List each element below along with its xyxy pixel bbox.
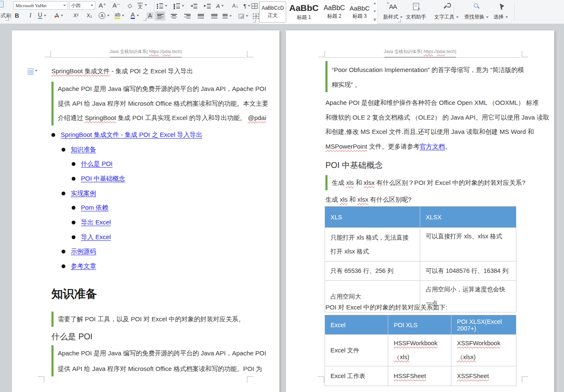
- document-canvas[interactable]: Java 全栈知识体系( https://pdai.tech) SpringBo…: [0, 24, 564, 392]
- xls-xlsx-compare-table: XLS XLSX 只能打开 xls 格式，无法直接打开 xlsx 格式 可以直接…: [325, 206, 516, 312]
- select-button[interactable]: 选择: [490, 1, 512, 23]
- page-header: Java 全栈知识体系( https://pdai.tech): [286, 49, 554, 55]
- toc-item: 示例源码: [51, 245, 202, 259]
- align-left-button[interactable]: [155, 11, 165, 21]
- style-gallery: AaBbCcD 正文 AaBbC 标题 1 AaBbC 标题 2 AaBbC 标…: [259, 0, 378, 24]
- decrease-indent-button[interactable]: [190, 1, 198, 11]
- bullet-list-button[interactable]: [157, 1, 167, 11]
- character-scale-button[interactable]: A: [216, 1, 224, 11]
- ribbon-toolbar: 格式刷 Microsoft YaHei 小四 A⁺ A⁻ ◇ wén文 B I …: [0, 0, 564, 24]
- decrease-font-button[interactable]: A⁻: [112, 1, 121, 10]
- table-cell: HSSFWorkbook （xls): [388, 335, 451, 366]
- font-size-select[interactable]: 小四: [69, 1, 95, 10]
- bullet-icon: [51, 133, 55, 137]
- numbered-list-button[interactable]: [174, 1, 184, 11]
- text-tools-button[interactable]: 文字工具: [431, 1, 462, 23]
- toc-link[interactable]: 导入 Excel: [81, 233, 111, 241]
- paragraph-options-button[interactable]: [28, 68, 38, 75]
- style-heading1[interactable]: AaBbC 标题 1: [286, 1, 322, 23]
- font-dialog-launcher[interactable]: [143, 18, 146, 21]
- table-cell: Excel 文件: [325, 335, 388, 366]
- style-heading3[interactable]: AaBbC 标题 3: [347, 1, 372, 23]
- document-wrench-icon: y: [413, 3, 419, 10]
- document-icon: [28, 68, 33, 75]
- quote-bar: [51, 82, 54, 125]
- toc-item: 参考文章: [51, 259, 202, 274]
- bullet-icon: [72, 206, 75, 210]
- table-cell: 可以直接打开 xls、xlsx 格式: [420, 228, 516, 261]
- increase-font-button[interactable]: A⁺: [98, 1, 107, 10]
- table-cell: HSSFSheet: [388, 366, 451, 386]
- gallery-more-button[interactable]: [373, 19, 376, 21]
- style-normal[interactable]: AaBbCcD 正文: [259, 1, 286, 23]
- paragraph-mark-button[interactable]: ¶: [243, 1, 251, 11]
- italic-button[interactable]: I: [26, 11, 35, 20]
- paragraph-xls-question: 生成 xls 和 xlsx 有什么区别呢?: [325, 192, 411, 207]
- bold-button[interactable]: B: [13, 11, 21, 20]
- font-color-button[interactable]: A: [131, 11, 139, 20]
- heading-knowledge-prep: 知识准备: [51, 286, 97, 301]
- table-header-cell: Excel: [325, 315, 388, 335]
- align-justify-button[interactable]: [196, 11, 206, 21]
- margin-mark: [247, 51, 253, 57]
- table-cell: XSSFWorkbook （xlsx): [451, 335, 516, 366]
- increase-indent-button[interactable]: [203, 1, 212, 11]
- toc-link[interactable]: 导出 Excel: [81, 219, 111, 227]
- clipboard-dialog-launcher[interactable]: [6, 18, 9, 21]
- shading-button[interactable]: [239, 11, 248, 21]
- margin-mark: [38, 376, 44, 383]
- table-cell: 只有 65536 行、256 列: [325, 261, 420, 281]
- table-cell: XSSFSheet: [451, 366, 516, 386]
- toc-item: 知识准备: [51, 142, 202, 157]
- line-spacing-button[interactable]: [223, 11, 232, 21]
- toc-link[interactable]: 参考文章: [71, 262, 96, 270]
- toc-link[interactable]: 示例源码: [71, 248, 96, 256]
- toc-item: 导入 Excel: [51, 230, 202, 245]
- clear-format-icon[interactable]: ◇: [126, 1, 134, 10]
- paragraph-mapping-intro: POI 对 Excel 中的对象的封装对应关系如下:: [325, 300, 447, 315]
- strikethrough-button[interactable]: A: [55, 11, 63, 20]
- enclosed-character-button[interactable]: A: [99, 11, 110, 20]
- toc-link[interactable]: POI 中基础概念: [81, 175, 125, 183]
- style-heading2[interactable]: AaBbC 标题 2: [322, 1, 347, 23]
- toc-item: POI 中基础概念: [51, 171, 202, 186]
- format-painter-button[interactable]: 格式刷: [0, 12, 11, 19]
- doc-assistant-button[interactable]: y 文档助手: [401, 1, 431, 23]
- font-family-select[interactable]: Microsoft YaHei: [13, 1, 68, 10]
- character-shading-button[interactable]: A: [146, 11, 154, 20]
- align-center-button[interactable]: [169, 11, 179, 21]
- toc-link[interactable]: 知识准备: [71, 146, 96, 154]
- toc-item: SpringBoot 集成文件 - 集成 POI 之 Excel 导入导出: [51, 128, 202, 142]
- paragraph-dialog-launcher[interactable]: [253, 19, 256, 22]
- superscript-button[interactable]: X²: [72, 11, 80, 20]
- underline-button[interactable]: U: [38, 11, 46, 20]
- style-dialog-launcher[interactable]: [398, 19, 401, 22]
- page-2: Java 全栈知识体系( https://pdai.tech) “Poor Ob…: [286, 30, 554, 392]
- highlight-color-button[interactable]: ab: [115, 11, 124, 20]
- table-header-cell: XLS: [325, 207, 420, 228]
- find-replace-button[interactable]: 查找替换: [460, 1, 492, 23]
- toc-link[interactable]: Pom 依赖: [81, 204, 108, 212]
- official-docs-link[interactable]: 官方文档: [419, 143, 445, 150]
- toc-link[interactable]: SpringBoot 集成文件 - 集成 POI 之 Excel 导入导出: [61, 131, 202, 139]
- table-cell: 只能打开 xls 格式，无法直接打开 xlsx 格式: [325, 228, 420, 261]
- gallery-scroll-up[interactable]: [373, 3, 376, 4]
- bullet-icon: [72, 177, 75, 181]
- align-right-button[interactable]: [182, 11, 192, 21]
- toc-link[interactable]: 什么是 POI: [81, 160, 113, 168]
- distribute-text-button[interactable]: [209, 11, 219, 21]
- page-header: Java 全栈知识体系( https://pdai.tech): [12, 49, 279, 55]
- toc-link[interactable]: 实现案例: [71, 189, 96, 197]
- sort-button[interactable]: A↓: [231, 1, 239, 11]
- margin-mark: [522, 376, 528, 383]
- subscript-button[interactable]: X₂: [85, 11, 94, 20]
- table-header-cell: POI XLSX(Excel 2007+): [451, 315, 516, 335]
- poi-mapping-table: Excel POI XLS POI XLSX(Excel 2007+) Exce…: [325, 315, 516, 386]
- bullet-icon: [62, 148, 65, 152]
- insert-table-icon[interactable]: [250, 1, 259, 11]
- gallery-scroll-down[interactable]: [373, 11, 376, 12]
- paste-icon[interactable]: [0, 1, 4, 9]
- pinyin-guide-button[interactable]: wén文: [137, 0, 147, 10]
- toc-item: 导出 Excel: [51, 215, 202, 230]
- table-header-cell: XLSX: [420, 207, 516, 228]
